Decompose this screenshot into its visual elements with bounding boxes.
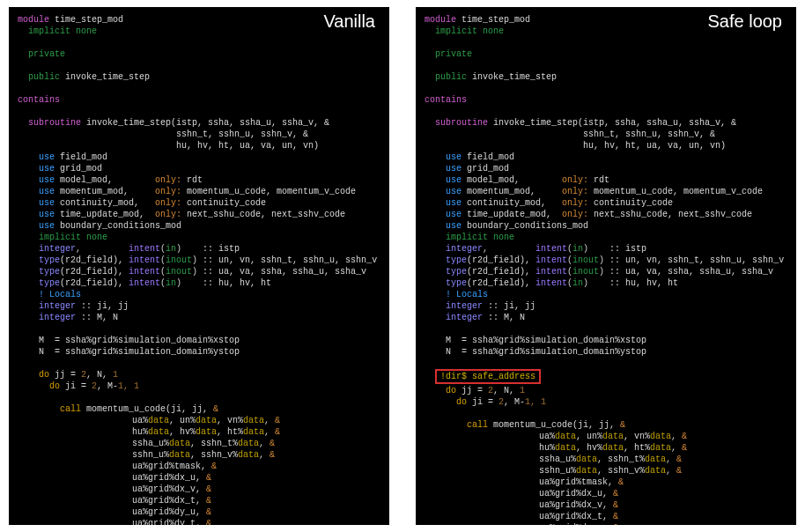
code-panel-vanilla: Vanilla module time_step_mod implicit no… — [9, 7, 389, 525]
code-line: ua%grid%tmask, & — [425, 477, 787, 488]
code-line: call momentum_u_code(ji, jj, & — [18, 403, 380, 415]
code-line: sshn_t, sshn_u, sshn_v, & — [18, 129, 380, 140]
code-line: integer :: ji, jj — [18, 300, 380, 312]
code-line: use model_mod, only: rdt — [18, 174, 380, 186]
code-line: use momentum_mod, only: momentum_u_code,… — [18, 186, 380, 197]
code-line: ! Locals — [18, 289, 380, 300]
code-panel-safeloop: Safe loop module time_step_mod implicit … — [416, 7, 796, 525]
code-line: hu, hv, ht, ua, va, un, vn) — [425, 140, 787, 151]
code-line: N = ssha%grid%simulation_domain%ystop — [18, 346, 380, 358]
code-line: ua%grid%dx_v, & — [18, 484, 380, 495]
code-line: integer, intent(in) :: istp — [18, 243, 380, 255]
code-line: implicit none — [18, 232, 380, 243]
code-line: ua%data, un%data, vn%data, & — [425, 431, 787, 442]
code-line: sshn_u%data, sshn_v%data, & — [18, 449, 380, 461]
code-line: N = ssha%grid%simulation_domain%ystop — [425, 346, 787, 358]
code-line: public invoke_time_step — [425, 71, 787, 83]
code-line: use grid_mod — [18, 163, 380, 174]
code-line: public invoke_time_step — [18, 71, 380, 83]
code-line: use continuity_mod, only: continuity_cod… — [18, 197, 380, 209]
code-line: ua%grid%dx_t, & — [425, 511, 787, 522]
panel-title-right: Safe loop — [707, 16, 782, 27]
code-line: use model_mod, only: rdt — [425, 174, 787, 186]
code-line: ua%grid%dy_u, & — [425, 522, 787, 525]
code-line: ua%grid%dy_u, & — [18, 506, 380, 518]
code-line: integer :: M, N — [425, 312, 787, 323]
code-line: contains — [425, 94, 787, 106]
code-line: M = ssha%grid%simulation_domain%xstop — [425, 335, 787, 346]
code-line: do jj = 2, N, 1 — [425, 385, 787, 396]
code-line: ua%grid%dx_u, & — [18, 472, 380, 484]
code-line: private — [425, 48, 787, 60]
code-line: use continuity_mod, only: continuity_cod… — [425, 197, 787, 209]
code-line: ! Locals — [425, 289, 787, 300]
code-line: use time_update_mod, only: next_sshu_cod… — [18, 209, 380, 220]
code-line: sshn_u%data, sshn_v%data, & — [425, 465, 787, 477]
code-line: subroutine invoke_time_step(istp, ssha, … — [18, 117, 380, 129]
code-line: do ji = 2, M-1, 1 — [18, 381, 380, 392]
code-line: type(r2d_field), intent(inout) :: ua, va… — [425, 266, 787, 277]
code-line: sshn_t, sshn_u, sshn_v, & — [425, 129, 787, 140]
code-line: use boundary_conditions_mod — [425, 220, 787, 232]
code-line: ua%grid%dx_v, & — [425, 499, 787, 511]
code-line: M = ssha%grid%simulation_domain%xstop — [18, 335, 380, 346]
code-line: do jj = 2, N, 1 — [18, 369, 380, 381]
code-line: type(r2d_field), intent(inout) :: un, vn… — [425, 255, 787, 266]
code-line: type(r2d_field), intent(in) :: hu, hv, h… — [425, 277, 787, 289]
code-line: use momentum_mod, only: momentum_u_code,… — [425, 186, 787, 197]
code-line: ssha_u%data, sshn_t%data, & — [18, 438, 380, 449]
code-line: hu%data, hv%data, ht%data, & — [425, 442, 787, 454]
code-line: integer, intent(in) :: istp — [425, 243, 787, 255]
code-line: hu, hv, ht, ua, va, un, vn) — [18, 140, 380, 151]
code-line: ssha_u%data, sshn_t%data, & — [425, 454, 787, 465]
code-line: ua%grid%dx_t, & — [18, 495, 380, 506]
code-line: private — [18, 48, 380, 60]
code-line: call momentum_u_code(ji, jj, & — [425, 419, 787, 431]
code-line: type(r2d_field), intent(inout) :: un, vn… — [18, 255, 380, 266]
code-line: implicit none — [425, 232, 787, 243]
code-line: hu%data, hv%data, ht%data, & — [18, 426, 380, 438]
code-line: use boundary_conditions_mod — [18, 220, 380, 232]
code-line: integer :: M, N — [18, 312, 380, 323]
directive-highlight: !dir$ safe_address — [425, 369, 787, 385]
code-line: subroutine invoke_time_step(istp, ssha, … — [425, 117, 787, 129]
code-line: do ji = 2, M-1, 1 — [425, 396, 787, 408]
code-line: ua%grid%dx_u, & — [425, 488, 787, 499]
code-line: use time_update_mod, only: next_sshu_cod… — [425, 209, 787, 220]
code-line: contains — [18, 94, 380, 106]
code-line: ua%grid%dy_t, & — [18, 518, 380, 525]
code-line: use field_mod — [18, 151, 380, 163]
code-line: ua%grid%tmask, & — [18, 461, 380, 472]
code-line: type(r2d_field), intent(in) :: hu, hv, h… — [18, 277, 380, 289]
panel-title-left: Vanilla — [323, 16, 375, 27]
code-line: use field_mod — [425, 151, 787, 163]
code-line: use grid_mod — [425, 163, 787, 174]
code-line: integer :: ji, jj — [425, 300, 787, 312]
code-line: ua%data, un%data, vn%data, & — [18, 415, 380, 426]
code-line: type(r2d_field), intent(inout) :: ua, va… — [18, 266, 380, 277]
